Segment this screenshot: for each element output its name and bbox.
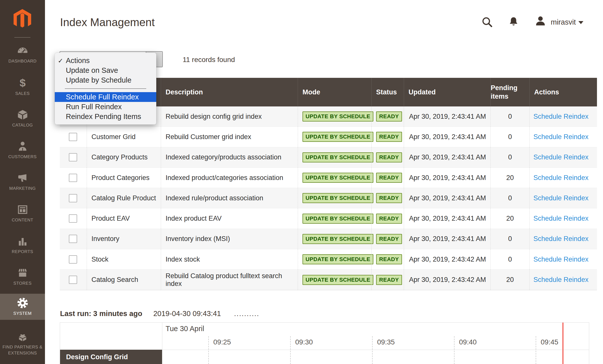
- updated-cell: Apr 30, 2019, 2:43:42 AM: [404, 270, 490, 290]
- table-row: Product EAV Index product EAV UPDATE BY …: [60, 208, 597, 229]
- row-checkbox[interactable]: [69, 153, 77, 161]
- sidebar-item-stores[interactable]: STORES: [0, 261, 45, 292]
- index-description: Index product EAV: [161, 208, 298, 228]
- sidebar-item-label: DASHBOARD: [2, 58, 43, 64]
- sidebar-item-find-partners[interactable]: FIND PARTNERS & EXTENSIONS: [0, 324, 45, 363]
- sidebar-item-label: CONTENT: [2, 217, 43, 223]
- sidebar-item-label: REPORTS: [2, 249, 43, 255]
- schedule-reindex-link[interactable]: Schedule Reindex: [533, 215, 588, 222]
- sidebar-item-catalog[interactable]: CATALOG: [0, 103, 45, 134]
- status-badge: READY: [376, 275, 402, 285]
- table-row: Catalog Rule Product Indexed rule/produc…: [60, 188, 597, 208]
- dashboard-gauge-icon: [17, 46, 28, 56]
- timeline-gridline: [290, 336, 291, 364]
- menu-item-update-on-save[interactable]: Update on Save: [55, 66, 156, 75]
- search-icon[interactable]: [481, 16, 493, 28]
- index-name: Customer Grid: [87, 127, 161, 147]
- schedule-reindex-link[interactable]: Schedule Reindex: [533, 276, 588, 284]
- current-time-line: [562, 323, 564, 364]
- row-checkbox[interactable]: [69, 255, 77, 264]
- magento-logo-icon[interactable]: [14, 9, 31, 30]
- username[interactable]: mirasvit: [551, 18, 576, 26]
- row-checkbox[interactable]: [69, 174, 77, 182]
- schedule-reindex-link[interactable]: Schedule Reindex: [533, 113, 588, 120]
- row-checkbox[interactable]: [69, 194, 77, 202]
- menu-item-update-by-schedule[interactable]: Update by Schedule: [55, 75, 156, 85]
- caret-down-icon[interactable]: [578, 21, 583, 24]
- table-row: Customer Grid Rebuild Customer grid inde…: [60, 127, 597, 147]
- sidebar-item-label: CATALOG: [2, 122, 43, 128]
- mode-badge: UPDATE BY SCHEDULE: [303, 234, 373, 244]
- sidebar-item-system[interactable]: SYSTEM: [0, 294, 45, 320]
- index-name: Product Categories: [87, 168, 161, 188]
- user-icon[interactable]: [534, 15, 547, 27]
- row-checkbox[interactable]: [69, 133, 77, 141]
- updated-cell: Apr 30, 2019, 2:43:41 AM: [404, 147, 490, 167]
- sidebar-item-label: SYSTEM: [2, 311, 43, 317]
- sidebar-item-marketing[interactable]: MARKETING: [0, 166, 45, 198]
- mode-badge: UPDATE BY SCHEDULE: [303, 152, 373, 162]
- status-badge: READY: [376, 254, 402, 264]
- updated-cell: Apr 30, 2019, 2:43:41 AM: [404, 188, 490, 208]
- table-row: Category Products Indexed category/produ…: [60, 147, 597, 168]
- menu-item-schedule-full-reindex[interactable]: Schedule Full Reindex: [55, 92, 156, 102]
- row-checkbox[interactable]: [69, 214, 77, 223]
- index-description: Indexed category/products association: [161, 147, 298, 167]
- header-updated: Updated: [404, 78, 490, 106]
- layout-icon: [17, 204, 28, 215]
- sidebar-item-customers[interactable]: CUSTOMERS: [0, 134, 45, 166]
- schedule-reindex-link[interactable]: Schedule Reindex: [533, 194, 588, 202]
- sidebar-item-label: MARKETING: [2, 186, 43, 192]
- updated-cell: Apr 30, 2019, 2:43:41 AM: [404, 229, 490, 249]
- schedule-reindex-link[interactable]: Schedule Reindex: [533, 235, 588, 243]
- index-name: Catalog Search: [87, 270, 161, 290]
- last-run-timestamp: 2019-04-30 09:43:41: [153, 310, 221, 318]
- sidebar-item-content[interactable]: CONTENT: [0, 198, 45, 229]
- storefront-icon: [17, 267, 28, 279]
- svg-text:$: $: [20, 77, 26, 89]
- schedule-reindex-link[interactable]: Schedule Reindex: [533, 256, 588, 263]
- menu-item-actions[interactable]: ✓ Actions: [55, 56, 156, 66]
- mode-badge: UPDATE BY SCHEDULE: [303, 254, 373, 264]
- bar-chart-icon: [17, 235, 28, 247]
- sidebar-item-sales[interactable]: $ SALES: [0, 71, 45, 103]
- sidebar-item-reports[interactable]: REPORTS: [0, 229, 45, 261]
- pending-items-cell: 0: [490, 229, 529, 249]
- pending-items-cell: 0: [490, 147, 529, 167]
- row-checkbox[interactable]: [69, 235, 77, 243]
- menu-item-reindex-pending-items[interactable]: Reindex Pending Items: [55, 112, 156, 122]
- timeline-tick: 09:35: [377, 338, 395, 346]
- page-title: Index Management: [60, 16, 155, 29]
- header-status: Status: [371, 78, 404, 106]
- timeline-gridline: [536, 336, 536, 364]
- index-name: Catalog Rule Product: [87, 188, 161, 208]
- sidebar-item-dashboard[interactable]: DASHBOARD: [0, 39, 45, 71]
- index-name: Product EAV: [87, 208, 161, 228]
- timeline-gridline: [372, 336, 373, 364]
- timeline-gridline: [208, 336, 209, 364]
- schedule-reindex-link[interactable]: Schedule Reindex: [533, 174, 588, 182]
- index-description: Inventory index (MSI): [161, 229, 298, 249]
- person-icon: [17, 141, 28, 152]
- status-badge: READY: [376, 234, 402, 244]
- megaphone-icon: [17, 172, 28, 184]
- sidebar-item-label: SALES: [2, 91, 43, 97]
- sidebar-nav: DASHBOARD $ SALES CATALOG: [0, 39, 45, 363]
- updated-cell: Apr 30, 2019, 2:43:41 AM: [404, 106, 490, 127]
- table-row: Product Categories Indexed product/categ…: [60, 168, 597, 188]
- bell-icon[interactable]: [508, 16, 519, 28]
- index-description: Rebuild Catalog product fulltext search …: [161, 270, 298, 290]
- actions-dropdown-menu: ✓ Actions Update on Save Update by Sched…: [55, 53, 156, 125]
- schedule-reindex-link[interactable]: Schedule Reindex: [533, 133, 588, 141]
- pending-items-cell: 20: [490, 168, 529, 188]
- index-description: Index stock: [161, 249, 298, 269]
- gear-icon: [17, 297, 28, 309]
- header-actions: Actions: [529, 78, 597, 106]
- pending-items-cell: 0: [490, 127, 529, 147]
- schedule-reindex-link[interactable]: Schedule Reindex: [533, 153, 588, 161]
- index-description: Rebuild Customer grid index: [161, 127, 298, 147]
- mode-badge: UPDATE BY SCHEDULE: [303, 275, 373, 285]
- timeline-row-label: Design Config Grid: [60, 350, 162, 364]
- row-checkbox[interactable]: [69, 276, 77, 284]
- menu-item-run-full-reindex[interactable]: Run Full Reindex: [55, 102, 156, 112]
